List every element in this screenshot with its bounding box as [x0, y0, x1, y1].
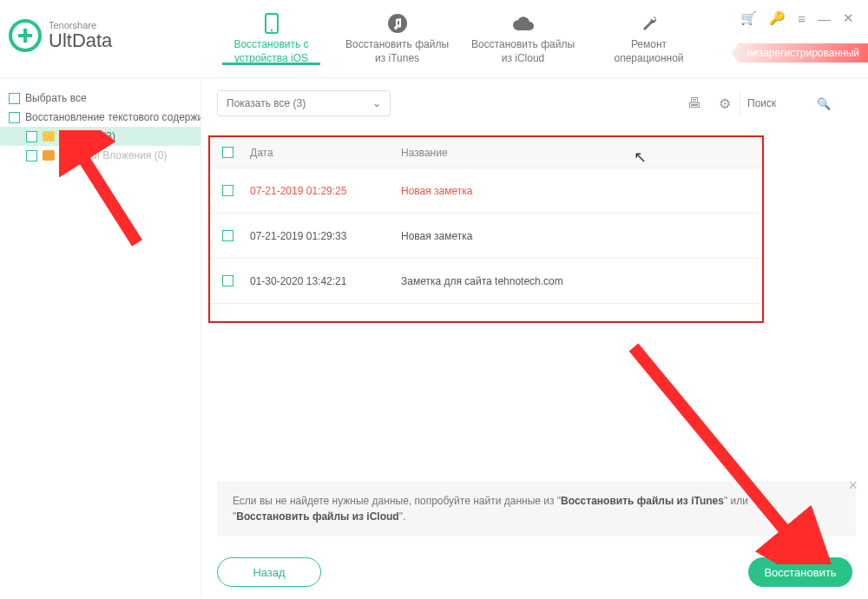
- gear-icon[interactable]: ⚙: [710, 95, 740, 112]
- cell-date: 07-21-2019 01:29:25: [245, 185, 401, 197]
- label: Заметки Вложения (0): [60, 149, 167, 161]
- checkbox[interactable]: [26, 150, 37, 161]
- logo-block: Tenorshare UltData: [9, 0, 208, 52]
- tab-recover-icloud[interactable]: Восстановить файлы из iCloud: [460, 0, 586, 65]
- cloud-icon: [460, 12, 586, 35]
- cell-title: Новая заметка: [401, 230, 762, 242]
- table-row[interactable]: 07-21-2019 01:29:33 Новая заметка: [210, 214, 762, 259]
- footer: Назад Восстановить: [217, 557, 852, 587]
- back-button[interactable]: Назад: [217, 557, 321, 587]
- tab-label: Восстановить файлы из iTunes: [334, 38, 460, 65]
- checkbox[interactable]: [222, 185, 233, 196]
- table-row[interactable]: 01-30-2020 13:42:21 Заметка для сайта te…: [210, 259, 762, 304]
- logo-icon: [9, 19, 42, 52]
- table-row[interactable]: 07-21-2019 01:29:25 Новая заметка: [210, 168, 762, 214]
- brand-big: UltData: [49, 30, 112, 51]
- cart-icon[interactable]: 🛒: [737, 9, 760, 28]
- tabs: Восстановить с устройства iOS Восстанови…: [208, 0, 737, 65]
- main: Показать все (3) ⌄ 🖶 ⚙ 🔍 Дата Название 0…: [201, 78, 868, 599]
- key-icon[interactable]: 🔑: [766, 9, 789, 28]
- wrench-icon: [586, 12, 712, 35]
- close-icon[interactable]: ×: [848, 474, 858, 497]
- checkbox[interactable]: [222, 230, 233, 241]
- cell-title: Новая заметка: [401, 185, 762, 197]
- sidebar-notes-attachments[interactable]: Заметки Вложения (0): [0, 146, 201, 165]
- chevron-down-icon: ⌄: [372, 97, 381, 109]
- dropdown-label: Показать все (3): [227, 97, 306, 109]
- tab-label: Ремонт операционной: [586, 38, 712, 65]
- print-icon[interactable]: 🖶: [679, 95, 710, 111]
- label: Восстановление текстового содержимо: [25, 111, 201, 123]
- tip-bar: × Если вы не найдете нужные данные, попр…: [217, 481, 856, 536]
- sidebar-notes[interactable]: Заметки (3): [0, 127, 201, 146]
- filter-dropdown[interactable]: Показать все (3) ⌄: [217, 90, 391, 116]
- label: Выбрать все: [25, 92, 87, 104]
- sidebar: Выбрать все Восстановление текстового со…: [0, 78, 201, 599]
- checkbox-all[interactable]: [222, 147, 233, 158]
- menu-icon[interactable]: ≡: [794, 10, 809, 28]
- checkbox[interactable]: [222, 275, 233, 286]
- tab-recover-itunes[interactable]: Восстановить файлы из iTunes: [334, 0, 460, 65]
- attachments-icon: [43, 150, 55, 161]
- phone-icon: [208, 12, 334, 35]
- tab-recover-ios[interactable]: Восстановить с устройства iOS: [208, 0, 334, 65]
- music-icon: [334, 12, 460, 35]
- checkbox[interactable]: [9, 112, 20, 123]
- search-input[interactable]: [747, 97, 817, 109]
- checkbox[interactable]: [26, 131, 37, 142]
- cell-date: 07-21-2019 01:29:33: [245, 230, 401, 242]
- header-date[interactable]: Дата: [245, 147, 401, 159]
- cursor-icon: ↖: [634, 148, 647, 167]
- brand-text: Tenorshare UltData: [49, 20, 112, 51]
- notes-icon: [43, 131, 55, 142]
- table-header: Дата Название: [210, 137, 762, 168]
- tab-label: Восстановить файлы из iCloud: [460, 38, 586, 65]
- sidebar-select-all[interactable]: Выбрать все: [0, 89, 201, 108]
- restore-button[interactable]: Восстановить: [748, 557, 852, 587]
- search-icon: 🔍: [817, 97, 831, 110]
- minimize-icon[interactable]: —: [814, 10, 834, 28]
- checkbox[interactable]: [9, 93, 20, 104]
- header-title[interactable]: Название: [401, 147, 762, 159]
- search-box[interactable]: 🔍: [740, 90, 852, 116]
- toolbar: Показать все (3) ⌄ 🖶 ⚙ 🔍: [201, 78, 868, 128]
- window-controls: 🛒 🔑 ≡ — ✕: [737, 0, 858, 28]
- svg-point-1: [270, 30, 272, 31]
- unregistered-badge: незарегистрированный: [732, 43, 868, 63]
- results-table: Дата Название 07-21-2019 01:29:25 Новая …: [208, 135, 764, 323]
- sidebar-text-recovery[interactable]: Восстановление текстового содержимо: [0, 108, 201, 127]
- tab-label: Восстановить с устройства iOS: [208, 38, 334, 65]
- tab-repair[interactable]: Ремонт операционной: [586, 0, 712, 65]
- cell-title: Заметка для сайта tehnotech.com: [401, 275, 762, 287]
- header: Tenorshare UltData Восстановить с устрой…: [0, 0, 868, 78]
- close-icon[interactable]: ✕: [839, 9, 858, 28]
- label: Заметки (3): [60, 130, 115, 142]
- cell-date: 01-30-2020 13:42:21: [245, 275, 401, 287]
